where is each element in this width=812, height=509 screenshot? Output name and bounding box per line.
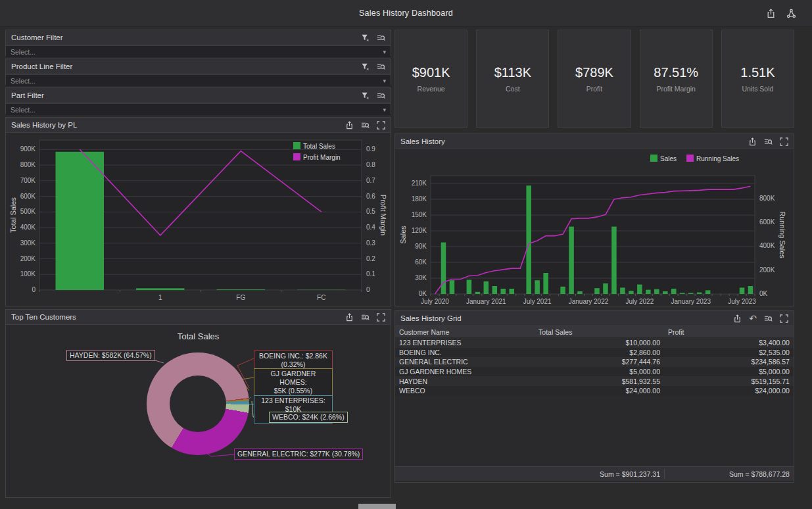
svg-text:0.9: 0.9 bbox=[366, 145, 375, 153]
maximize-icon bbox=[377, 121, 385, 130]
table-row[interactable]: WEBCO$24,000.00$24,000.00 bbox=[395, 386, 794, 396]
sales-history-title: Sales History bbox=[400, 137, 445, 145]
export-button[interactable] bbox=[766, 9, 776, 18]
search-parameters-button[interactable] bbox=[377, 62, 385, 71]
product-line-filter-label: Product Line Filter bbox=[11, 62, 72, 70]
kpi-value: $113K bbox=[494, 65, 531, 80]
export-button[interactable] bbox=[345, 313, 354, 322]
chevron-down-icon: ▾ bbox=[383, 49, 386, 55]
undo-icon: ↶ bbox=[749, 314, 757, 323]
svg-text:Profit Margin: Profit Margin bbox=[303, 154, 341, 161]
slice-label-boeing: BOEING INC.: $2.86K (0.32%) bbox=[254, 351, 333, 370]
part-filter-label: Part Filter bbox=[11, 91, 44, 99]
svg-text:Total Sales: Total Sales bbox=[303, 143, 335, 150]
table-row[interactable]: GENERAL ELECTRIC$277,444.76$234,586.57 bbox=[395, 357, 794, 367]
chevron-down-icon: ▾ bbox=[383, 107, 386, 113]
sales-history-grid-panel: Sales History Grid ↶ Customer Name Tot bbox=[394, 310, 794, 483]
svg-text:0.5: 0.5 bbox=[366, 208, 375, 215]
export-button[interactable] bbox=[748, 137, 757, 146]
search-parameters-button[interactable] bbox=[377, 91, 385, 100]
svg-text:Profit Margin: Profit Margin bbox=[379, 195, 387, 235]
maximize-button[interactable] bbox=[780, 137, 788, 146]
search-parameters-button[interactable] bbox=[764, 137, 773, 146]
product-line-filter-select[interactable]: Select... ▾ bbox=[6, 74, 391, 86]
kpi-revenue: $901K Revenue bbox=[394, 30, 467, 128]
table-row[interactable]: HAYDEN$581,932.55$519,155.71 bbox=[395, 376, 794, 386]
table-cell: $5,000.00 bbox=[664, 368, 794, 376]
kpi-units-sold: 1.51K Units Sold bbox=[721, 30, 794, 128]
column-header-profit[interactable]: Profit bbox=[664, 328, 794, 336]
maximize-button[interactable] bbox=[780, 314, 788, 323]
part-filter-select[interactable]: Select... ▾ bbox=[6, 103, 391, 115]
sales-history-chart[interactable]: 0K30K60K90K120K150K180K210K0K200K400K600… bbox=[395, 149, 792, 306]
table-cell: $3,400.00 bbox=[664, 339, 794, 347]
svg-text:600K: 600K bbox=[759, 218, 775, 226]
search-parameters-button[interactable] bbox=[764, 314, 773, 323]
clear-filter-button[interactable] bbox=[361, 62, 370, 71]
table-row[interactable]: 123 ENTERPRISES$10,000.00$3,400.00 bbox=[395, 338, 794, 348]
table-cell: $581,932.55 bbox=[535, 377, 664, 385]
product-line-filter-header: Product Line Filter bbox=[6, 59, 391, 74]
table-cell: WEBCO bbox=[395, 387, 535, 395]
export-icon bbox=[345, 121, 354, 130]
column-header-customer-name[interactable]: Customer Name bbox=[395, 328, 535, 336]
sales-history-by-pl-chart[interactable]: 0100K200K300K400K500K600K700K800K900K00.… bbox=[6, 133, 389, 306]
parameters-button[interactable] bbox=[786, 9, 796, 18]
filter-clear-icon bbox=[361, 91, 370, 100]
dashboard-titlebar: Sales History Dashboard bbox=[0, 0, 812, 27]
column-header-total-sales[interactable]: Total Sales bbox=[535, 328, 664, 336]
clear-filter-button[interactable] bbox=[361, 91, 370, 100]
export-button[interactable] bbox=[733, 314, 742, 323]
donut-hole bbox=[170, 376, 226, 432]
kpi-profit: $789K Profit bbox=[558, 30, 631, 128]
part-filter-panel: Part Filter Select... ▾ bbox=[5, 87, 391, 114]
export-button[interactable] bbox=[345, 121, 354, 130]
top-ten-customers-header: Top Ten Customers bbox=[6, 310, 391, 325]
customer-filter-select[interactable]: Select... ▾ bbox=[6, 45, 391, 57]
svg-text:600K: 600K bbox=[20, 193, 36, 200]
filter-clear-icon bbox=[361, 34, 370, 42]
svg-text:700K: 700K bbox=[20, 177, 36, 184]
export-icon bbox=[733, 314, 742, 323]
sales-history-header: Sales History bbox=[395, 134, 794, 149]
product-line-filter-placeholder: Select... bbox=[11, 77, 36, 85]
maximize-button[interactable] bbox=[377, 313, 385, 322]
grid-footer: Sum = $901,237.31 Sum = $788,677.28 bbox=[395, 466, 794, 481]
kpi-cost: $113K Cost bbox=[476, 30, 549, 128]
bottom-scrollbar-handle[interactable] bbox=[358, 504, 396, 509]
maximize-button[interactable] bbox=[377, 121, 385, 130]
svg-text:FG: FG bbox=[236, 294, 245, 301]
table-row[interactable]: BOEING INC.$2,860.00$2,535.00 bbox=[395, 348, 794, 358]
svg-text:Running Sales: Running Sales bbox=[696, 155, 739, 162]
search-lines-icon bbox=[361, 121, 370, 130]
svg-text:Total Sales: Total Sales bbox=[9, 197, 17, 233]
search-lines-icon bbox=[377, 62, 385, 71]
parameters-icon bbox=[786, 9, 796, 18]
svg-text:0: 0 bbox=[32, 286, 36, 293]
kpi-value: $901K bbox=[412, 65, 450, 80]
table-cell: HAYDEN bbox=[395, 377, 535, 385]
search-parameters-button[interactable] bbox=[361, 313, 370, 322]
page-title: Sales History Dashboard bbox=[0, 0, 812, 26]
clear-filter-button[interactable] bbox=[361, 34, 370, 42]
svg-text:0.7: 0.7 bbox=[366, 177, 375, 184]
chevron-down-icon: ▾ bbox=[383, 78, 386, 84]
kpi-label: Profit bbox=[586, 85, 603, 93]
table-cell: $24,000.00 bbox=[535, 387, 664, 395]
kpi-label: Profit Margin bbox=[656, 85, 696, 93]
search-parameters-button[interactable] bbox=[377, 34, 385, 42]
svg-text:July 2021: July 2021 bbox=[523, 298, 552, 305]
search-parameters-button[interactable] bbox=[361, 121, 370, 130]
top-ten-customers-title: Top Ten Customers bbox=[11, 313, 76, 321]
sales-history-by-pl-panel: Sales History by PL 0100K200K300K400K500… bbox=[5, 117, 391, 306]
table-row[interactable]: GJ GARDNER HOMES$5,000.00$5,000.00 bbox=[395, 367, 794, 377]
maximize-icon bbox=[780, 137, 788, 146]
undo-button[interactable]: ↶ bbox=[749, 314, 757, 323]
export-icon bbox=[345, 313, 354, 322]
product-line-filter-panel: Product Line Filter Select... ▾ bbox=[5, 59, 391, 85]
profit-sum: Sum = $788,677.28 bbox=[664, 469, 794, 479]
svg-text:0.1: 0.1 bbox=[366, 270, 375, 278]
svg-text:900K: 900K bbox=[20, 145, 36, 153]
search-lines-icon bbox=[764, 314, 773, 323]
svg-text:30K: 30K bbox=[415, 274, 427, 281]
